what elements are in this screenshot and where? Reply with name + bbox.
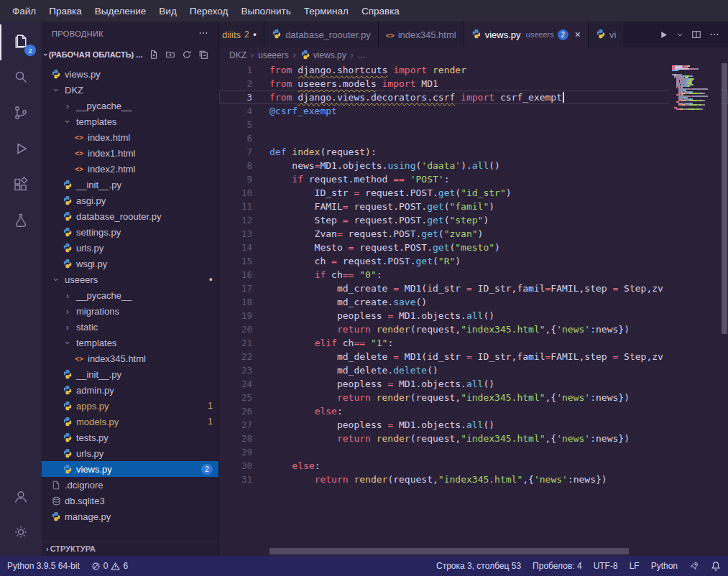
tree-file-asgi.py[interactable]: asgi.py [42,192,218,208]
tree-file-index345.html[interactable]: <>index345.html [42,350,218,366]
line-number[interactable]: 2 [219,77,252,90]
code-line[interactable]: 9 if request.method == 'POST': [219,172,728,186]
breadcrumb-item-views.py[interactable]: views.py [300,50,346,62]
line-number[interactable]: 16 [219,268,252,282]
line-number[interactable]: 24 [219,377,252,391]
tab-vi[interactable]: vi [589,22,623,47]
code-line[interactable]: 12 Step = request.POST.get("step") [219,213,728,227]
code-line[interactable]: 30 else: [219,459,728,473]
menu-item-правка[interactable]: Правка [42,3,88,19]
line-number[interactable]: 17 [219,282,252,295]
line-number[interactable]: 10 [219,186,252,200]
code-line[interactable]: 3from django.views.decorators.csrf impor… [219,90,728,104]
activity-explorer[interactable]: 2 [0,24,42,60]
code-line[interactable]: 1from django.shortcuts import render [219,63,728,77]
code-line[interactable]: 20 return render(request,"index345.html"… [219,322,728,336]
line-number[interactable]: 20 [219,322,252,336]
tree-file-database_roouter.py[interactable]: database_roouter.py [42,208,218,224]
line-number[interactable]: 1 [219,63,252,77]
code-line[interactable]: 25 return render(request,"index345.html"… [219,391,728,404]
line-number[interactable]: 18 [219,295,252,309]
line-number[interactable]: 8 [219,159,252,172]
code-line[interactable]: 21 elif ch== "1": [219,336,728,350]
tree-file-db.sqlite3[interactable]: db.sqlite3 [42,493,218,508]
tree-file-views.py[interactable]: views.py [42,66,218,82]
split-editor-icon[interactable] [691,29,701,40]
tab-views.py[interactable]: views.pyuseeers2× [464,22,589,47]
code-line[interactable]: 26 else: [219,404,728,418]
tree-file-urls.py[interactable]: urls.py [42,240,218,256]
tree-file-settings.py[interactable]: settings.py [42,224,218,240]
activity-run-debug[interactable] [0,132,42,168]
code-line[interactable]: 5 [219,118,728,131]
line-number[interactable]: 12 [219,213,252,227]
code-line[interactable]: 13 Zvan= request.POST.get("zvan") [219,227,728,241]
tree-file-tests.py[interactable]: tests.py [42,429,218,445]
line-number[interactable]: 22 [219,350,252,363]
activity-search[interactable] [0,60,42,96]
status-encoding[interactable]: UTF-8 [594,561,618,571]
menu-item-терминал[interactable]: Терминал [298,3,355,19]
tree-folder-useeers[interactable]: ›useeers● [42,271,218,287]
code-line[interactable]: 18 md_create.save() [219,295,728,309]
line-number[interactable]: 11 [219,200,252,213]
activity-testing[interactable] [0,204,42,240]
tree-file-index1.html[interactable]: <>index1.html [42,145,218,161]
code-line[interactable]: 31 return render(request,"index345.html"… [219,473,728,486]
horizontal-scrollbar[interactable] [269,548,629,554]
tree-file-urls.py[interactable]: urls.py [42,445,218,461]
close-icon[interactable]: × [575,29,581,40]
line-number[interactable]: 19 [219,309,252,322]
line-number[interactable]: 14 [219,241,252,254]
code-line[interactable]: 19 peopless = MD1.objects.all() [219,309,728,322]
tree-file-views.py[interactable]: views.py2 [42,461,218,477]
tree-folder-templates[interactable]: ›templates [42,335,218,350]
code-editor[interactable]: 1from django.shortcuts import render2fro… [219,63,728,556]
status-language-mode[interactable]: Python [651,561,678,571]
more-icon[interactable] [709,29,719,40]
python-interpreter[interactable]: Python 3.9.5 64-bit [7,561,80,571]
tree-folder-__pycache__[interactable]: ›__pycache__ [42,98,218,113]
menu-item-вид[interactable]: Вид [152,3,183,19]
new-file-icon[interactable] [149,50,159,60]
code-line[interactable]: 2from useeers.models import MD1 [219,77,728,90]
code-line[interactable]: 4@csrf_exempt [219,104,728,118]
line-number[interactable]: 26 [219,404,252,418]
line-number[interactable]: 27 [219,418,252,432]
code-line[interactable]: 10 ID_str = request.POST.get("id_str") [219,186,728,200]
line-number[interactable]: 7 [219,145,252,159]
line-number[interactable]: 9 [219,172,252,186]
line-number[interactable]: 6 [219,131,252,145]
line-number[interactable]: 31 [219,473,252,486]
code-line[interactable]: 23 md_delete.delete() [219,363,728,377]
code-line[interactable]: 15 ch = request.POST.get("R") [219,254,728,268]
tree-file-index2.html[interactable]: <>index2.html [42,161,218,177]
line-number[interactable]: 30 [219,459,252,473]
breadcrumb-item-useeers[interactable]: useeers [258,50,289,60]
code-line[interactable]: 27 peopless = MD1.objects.all() [219,418,728,432]
code-line[interactable]: 16 if ch== "0": [219,268,728,282]
menu-item-справка[interactable]: Справка [355,3,406,19]
problems-indicator[interactable]: 0 6 [91,561,128,571]
line-number[interactable]: 25 [219,391,252,404]
minimap[interactable] [669,63,721,556]
rocket-icon[interactable] [689,561,699,571]
status-eol[interactable]: LF [630,561,640,571]
tree-file-wsgi.py[interactable]: wsgi.py [42,256,218,271]
code-line[interactable]: 7def index(request): [219,145,728,159]
code-line[interactable]: 28 return render(request,"index345.html"… [219,432,728,445]
menu-item-выполнить[interactable]: Выполнить [234,3,297,19]
tab-diiits[interactable]: diiits2● [219,22,264,47]
code-line[interactable]: 11 FAMIL= request.POST.get("famil") [219,200,728,213]
menu-item-переход[interactable]: Переход [183,3,235,19]
status-cursor-position[interactable]: Строка 3, столбец 53 [436,561,521,571]
line-number[interactable]: 21 [219,336,252,350]
code-line[interactable]: 8 news=MD1.objects.using('daata').all() [219,159,728,172]
code-line[interactable]: 14 Mesto = request.POST.get("mesto") [219,241,728,254]
tree-file-__init__.py[interactable]: __init__.py [42,177,218,192]
tree-file-models.py[interactable]: models.py1 [42,414,218,429]
code-line[interactable]: 17 md_create = MD1(id_str = ID_str,famil… [219,282,728,295]
line-number[interactable]: 15 [219,254,252,268]
status-indentation[interactable]: Пробелов: 4 [533,561,582,571]
menu-item-выделение[interactable]: Выделение [88,3,153,19]
